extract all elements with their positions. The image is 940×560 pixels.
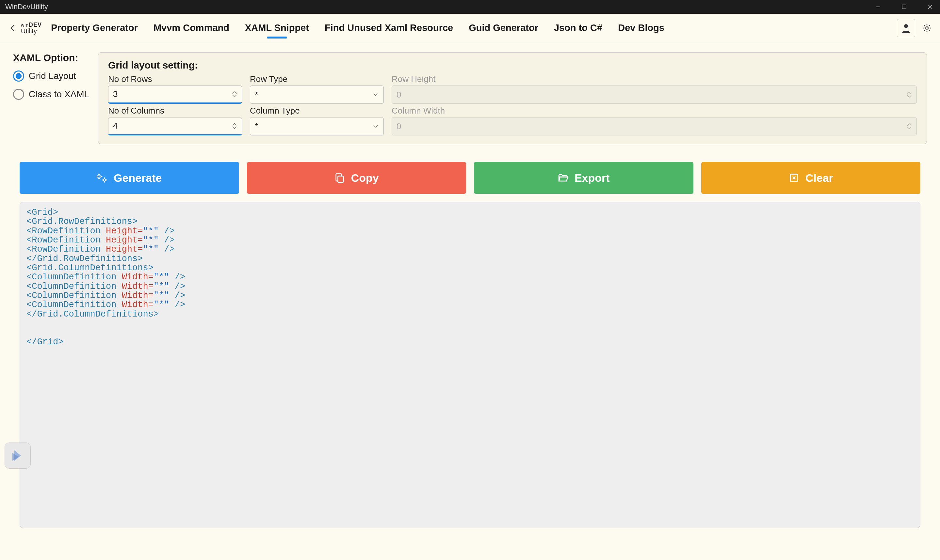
rows-label: No of Rows <box>108 74 242 84</box>
floating-share-icon[interactable] <box>5 443 31 469</box>
action-bar: Generate Copy Export Clear <box>20 162 920 194</box>
window-titlebar: WinDevUtility <box>0 0 940 14</box>
nav-dev-blogs[interactable]: Dev Blogs <box>617 15 666 41</box>
rowtype-label: Row Type <box>250 74 384 84</box>
panel-title: Grid layout setting: <box>108 60 917 71</box>
svg-point-4 <box>904 24 908 28</box>
nav-tabs: Property Generator Mvvm Command XAML Sni… <box>49 15 666 41</box>
xaml-option-title: XAML Option: <box>13 52 98 63</box>
export-button[interactable]: Export <box>474 162 693 194</box>
xaml-option-panel: XAML Option: Grid Layout Class to XAML <box>13 52 98 107</box>
copy-icon <box>334 172 345 183</box>
nav-property-generator[interactable]: Property Generator <box>49 15 139 41</box>
clear-icon <box>789 172 800 183</box>
radio-grid-layout[interactable]: Grid Layout <box>13 71 98 82</box>
nav-find-unused-xaml[interactable]: Find Unused Xaml Resource <box>323 15 454 41</box>
maximize-button[interactable] <box>898 0 911 13</box>
cols-label: No of Columns <box>108 106 242 116</box>
generate-icon <box>97 172 108 183</box>
nav-mvvm-command[interactable]: Mvvm Command <box>152 15 231 41</box>
clear-button[interactable]: Clear <box>701 162 921 194</box>
chevron-down-icon <box>372 123 379 129</box>
back-button[interactable] <box>6 22 20 35</box>
cols-input[interactable]: 4 <box>108 117 242 135</box>
gear-icon <box>922 23 932 33</box>
radio-icon <box>13 89 24 100</box>
svg-rect-6 <box>338 176 343 182</box>
user-avatar[interactable] <box>897 19 915 37</box>
spinner-icon <box>232 91 237 98</box>
coltype-select[interactable]: * <box>250 117 384 135</box>
generate-button[interactable]: Generate <box>20 162 239 194</box>
code-output[interactable]: <Grid> <Grid.RowDefinitions> <RowDefinit… <box>20 202 920 528</box>
copy-button[interactable]: Copy <box>247 162 466 194</box>
radio-class-to-xaml[interactable]: Class to XAML <box>13 89 98 100</box>
rowheight-input: 0 <box>392 86 917 104</box>
spinner-icon <box>907 123 912 129</box>
rowheight-label: Row Height <box>392 74 917 84</box>
svg-point-5 <box>926 27 928 29</box>
grid-settings-panel: Grid layout setting: No of Rows 3 Row Ty… <box>98 52 927 144</box>
close-button[interactable] <box>924 0 937 13</box>
nav-xaml-snippet[interactable]: XAML Snippet <box>244 15 310 41</box>
colwidth-label: Column Width <box>392 106 917 116</box>
minimize-button[interactable] <box>871 0 884 13</box>
chevron-down-icon <box>372 91 379 98</box>
coltype-label: Column Type <box>250 106 384 116</box>
window-title: WinDevUtility <box>5 3 48 11</box>
nav-json-to-csharp[interactable]: Json to C# <box>553 15 604 41</box>
rows-input[interactable]: 3 <box>108 86 242 104</box>
rowtype-select[interactable]: * <box>250 86 384 104</box>
spinner-icon <box>232 123 237 129</box>
radio-icon <box>13 71 24 82</box>
nav-guid-generator[interactable]: Guid Generator <box>468 15 540 41</box>
svg-rect-1 <box>902 5 906 9</box>
app-logo: winDEV Utility <box>21 22 42 34</box>
colwidth-input: 0 <box>392 117 917 135</box>
settings-button[interactable] <box>920 22 934 35</box>
spinner-icon <box>907 91 912 98</box>
app-header: winDEV Utility Property Generator Mvvm C… <box>0 14 940 42</box>
folder-open-icon <box>557 172 569 183</box>
